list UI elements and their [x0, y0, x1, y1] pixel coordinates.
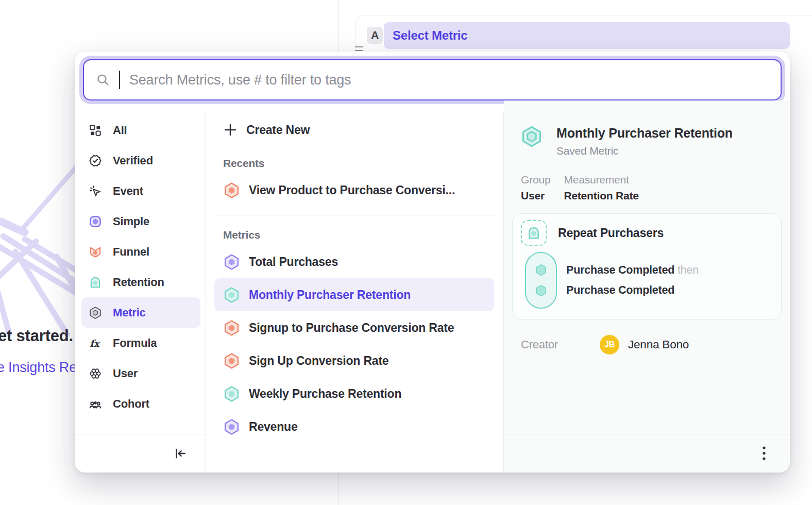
sidebar-item-simple[interactable]: Simple	[81, 206, 200, 237]
kebab-menu-icon	[762, 446, 766, 461]
search-bar[interactable]	[83, 59, 782, 100]
sidebar-item-label: All	[113, 124, 127, 137]
section-divider	[214, 215, 494, 215]
text-caret	[119, 71, 120, 89]
svg-text:fx: fx	[90, 338, 101, 349]
group-value: User	[521, 190, 550, 202]
cohort-people-icon	[89, 397, 102, 411]
funnel-metric-hexagon-icon	[223, 182, 240, 199]
event-sequence-capsule	[525, 252, 557, 309]
measurement-value: Retention Rate	[564, 190, 638, 202]
detail-meta: Group User Measurement Retention Rate	[512, 174, 782, 202]
sidebar-item-retention[interactable]: Retention	[81, 267, 200, 297]
retention-metric-hexagon-icon	[520, 125, 543, 148]
retention-metric-hexagon-icon	[223, 287, 240, 304]
select-metric-button[interactable]: Select Metric	[384, 22, 790, 49]
search-input[interactable]	[129, 72, 768, 88]
metric-row-revenue[interactable]: Revenue	[214, 410, 494, 443]
funnel-icon	[89, 245, 102, 259]
metric-hexagon-icon	[89, 306, 102, 319]
metric-row-sign-up-conversion-rate[interactable]: Sign Up Conversion Rate	[214, 344, 494, 377]
verified-badge-icon	[89, 154, 102, 167]
metric-label: Weekly Purchase Retention	[249, 387, 401, 401]
metric-list: Create New Recents View Product to Purch…	[206, 111, 504, 473]
sidebar-item-user[interactable]: User	[81, 358, 200, 389]
sidebar-item-label: Retention	[113, 276, 164, 289]
create-new-button[interactable]: Create New	[214, 115, 494, 145]
group-meta: Group User	[521, 174, 550, 202]
metric-row-total-purchases[interactable]: Total Purchases	[214, 245, 494, 278]
metric-detail-panel: Monthly Purchaser Retention Saved Metric…	[504, 100, 790, 473]
create-new-label: Create New	[246, 123, 310, 137]
detail-footer	[504, 434, 790, 473]
grid-icon	[89, 124, 102, 137]
recent-metric-row[interactable]: View Product to Purchase Conversi...	[214, 174, 494, 207]
creator-avatar: JB	[600, 335, 619, 355]
filter-sidebar: All Verified	[75, 111, 206, 473]
retention-arch-icon	[89, 276, 102, 289]
metric-label: Total Purchases	[249, 255, 338, 269]
sidebar-item-event[interactable]: Event	[81, 176, 200, 206]
metric-label: Monthly Purchaser Retention	[249, 288, 411, 302]
retention-definition-card: Repeat Purchasers	[512, 213, 782, 319]
cohort-title: Repeat Purchasers	[558, 226, 664, 240]
metric-label: Signup to Purchase Conversion Rate	[249, 321, 454, 335]
then-connector: then	[678, 264, 699, 276]
metric-row-signup-to-purchase-conversion-rate[interactable]: Signup to Purchase Conversion Rate	[214, 311, 494, 344]
event-step-2: Purchase Completed	[566, 284, 699, 297]
sidebar-item-all[interactable]: All	[81, 115, 200, 145]
sidebar-item-label: Formula	[113, 336, 157, 350]
sidebar-item-cohort[interactable]: Cohort	[81, 389, 200, 419]
metric-row-weekly-purchase-retention[interactable]: Weekly Purchase Retention	[214, 377, 494, 410]
kebab-menu-button[interactable]	[754, 443, 774, 464]
user-cluster-icon	[89, 367, 102, 380]
sidebar-item-label: Simple	[113, 215, 149, 228]
creator-name: Jenna Bono	[628, 338, 689, 351]
event-hexagon-icon	[534, 283, 548, 298]
formula-fx-icon: fx	[89, 336, 102, 350]
simple-borehole-icon	[89, 215, 102, 228]
event-hexagon-icon	[534, 263, 548, 277]
metric-label: Revenue	[249, 420, 297, 434]
background-report-link-fragment[interactable]: e Insights Re	[0, 360, 77, 376]
metrics-section-header: Metrics	[214, 229, 494, 241]
measurement-label: Measurement	[564, 174, 638, 186]
block-letter-badge: A	[367, 27, 383, 44]
creator-label: Creator	[521, 338, 600, 351]
event-step-1: Purchase Completed then	[566, 264, 699, 277]
sidebar-item-label: Event	[113, 184, 143, 198]
sidebar-item-label: Funnel	[113, 245, 149, 259]
metric-row-monthly-purchaser-retention[interactable]: Monthly Purchaser Retention	[214, 278, 494, 311]
creator-row: Creator JB Jenna Bono	[512, 335, 782, 355]
sidebar-item-label: User	[113, 367, 138, 380]
sidebar-footer	[75, 434, 206, 473]
plus-icon	[223, 123, 238, 137]
sidebar-item-label: Cohort	[113, 397, 149, 411]
retention-metric-hexagon-icon	[223, 385, 240, 402]
detail-header: Monthly Purchaser Retention Saved Metric	[512, 125, 782, 157]
metric-label: View Product to Purchase Conversi...	[249, 183, 455, 197]
detail-title: Monthly Purchaser Retention	[556, 125, 733, 141]
metric-picker-modal: All Verified	[75, 52, 790, 473]
measurement-meta: Measurement Retention Rate	[564, 174, 638, 202]
sidebar-item-verified[interactable]: Verified	[81, 145, 200, 176]
funnel-metric-hexagon-icon	[223, 319, 240, 336]
simple-metric-hexagon-icon	[223, 418, 240, 435]
collapse-left-icon[interactable]	[174, 447, 187, 460]
detail-subtitle: Saved Metric	[556, 145, 733, 157]
group-label: Group	[521, 174, 550, 186]
cursor-click-icon	[89, 184, 102, 198]
simple-metric-hexagon-icon	[223, 254, 240, 271]
sidebar-item-label: Metric	[113, 306, 146, 319]
sidebar-item-metric[interactable]: Metric	[81, 297, 200, 328]
recents-section-header: Recents	[214, 157, 494, 170]
search-icon	[96, 73, 110, 87]
sidebar-item-label: Verified	[113, 154, 153, 167]
retention-cohort-icon	[521, 220, 547, 246]
funnel-metric-hexagon-icon	[223, 352, 240, 369]
sidebar-item-formula[interactable]: fx Formula	[81, 328, 200, 358]
metric-label: Sign Up Conversion Rate	[249, 354, 388, 368]
sidebar-item-funnel[interactable]: Funnel	[81, 237, 200, 267]
background-heading-fragment: et started.	[0, 327, 73, 345]
